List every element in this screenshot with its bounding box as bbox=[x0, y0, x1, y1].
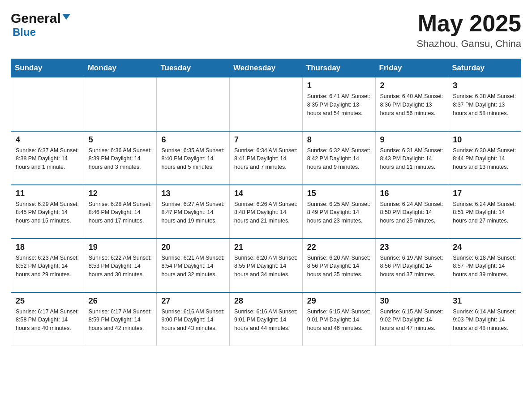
day-number: 13 bbox=[161, 189, 225, 198]
calendar-row-4: 25Sunrise: 6:17 AM Sunset: 8:58 PM Dayli… bbox=[11, 292, 521, 346]
day-number: 25 bbox=[16, 296, 79, 306]
day-number: 22 bbox=[307, 243, 371, 252]
logo-general-text: General bbox=[11, 11, 61, 26]
calendar-row-0: 1Sunrise: 6:41 AM Sunset: 8:35 PM Daylig… bbox=[11, 77, 521, 131]
calendar-cell-2-5: 16Sunrise: 6:24 AM Sunset: 8:50 PM Dayli… bbox=[375, 185, 448, 239]
calendar-cell-4-5: 30Sunrise: 6:15 AM Sunset: 9:02 PM Dayli… bbox=[375, 292, 448, 346]
logo: General Blue bbox=[11, 11, 70, 39]
day-number: 5 bbox=[89, 135, 152, 145]
day-number: 30 bbox=[380, 296, 444, 306]
day-info: Sunrise: 6:17 AM Sunset: 8:59 PM Dayligh… bbox=[89, 308, 152, 333]
day-number: 10 bbox=[453, 135, 516, 145]
calendar-cell-4-2: 27Sunrise: 6:16 AM Sunset: 9:00 PM Dayli… bbox=[157, 292, 230, 346]
day-number: 2 bbox=[380, 81, 444, 90]
day-number: 17 bbox=[453, 189, 516, 198]
day-info: Sunrise: 6:14 AM Sunset: 9:03 PM Dayligh… bbox=[453, 308, 516, 333]
calendar-cell-3-6: 24Sunrise: 6:18 AM Sunset: 8:57 PM Dayli… bbox=[448, 239, 521, 292]
calendar-cell-0-5: 2Sunrise: 6:40 AM Sunset: 8:36 PM Daylig… bbox=[375, 77, 448, 131]
day-info: Sunrise: 6:41 AM Sunset: 8:35 PM Dayligh… bbox=[307, 92, 371, 117]
calendar-cell-3-0: 18Sunrise: 6:23 AM Sunset: 8:52 PM Dayli… bbox=[11, 239, 84, 292]
day-info: Sunrise: 6:15 AM Sunset: 9:02 PM Dayligh… bbox=[380, 308, 444, 333]
calendar-cell-3-1: 19Sunrise: 6:22 AM Sunset: 8:53 PM Dayli… bbox=[84, 239, 157, 292]
day-info: Sunrise: 6:19 AM Sunset: 8:56 PM Dayligh… bbox=[380, 254, 444, 279]
calendar-cell-1-5: 9Sunrise: 6:31 AM Sunset: 8:43 PM Daylig… bbox=[375, 131, 448, 185]
calendar-cell-0-4: 1Sunrise: 6:41 AM Sunset: 8:35 PM Daylig… bbox=[302, 77, 375, 131]
day-info: Sunrise: 6:20 AM Sunset: 8:55 PM Dayligh… bbox=[234, 254, 298, 279]
calendar-cell-4-3: 28Sunrise: 6:16 AM Sunset: 9:01 PM Dayli… bbox=[230, 292, 303, 346]
calendar-cell-4-4: 29Sunrise: 6:15 AM Sunset: 9:01 PM Dayli… bbox=[302, 292, 375, 346]
calendar-cell-2-2: 13Sunrise: 6:27 AM Sunset: 8:47 PM Dayli… bbox=[157, 185, 230, 239]
calendar-cell-0-6: 3Sunrise: 6:38 AM Sunset: 8:37 PM Daylig… bbox=[448, 77, 521, 131]
day-info: Sunrise: 6:29 AM Sunset: 8:45 PM Dayligh… bbox=[16, 200, 79, 225]
weekday-header-sunday: Sunday bbox=[11, 59, 84, 77]
day-number: 29 bbox=[307, 296, 371, 306]
calendar-cell-3-2: 20Sunrise: 6:21 AM Sunset: 8:54 PM Dayli… bbox=[157, 239, 230, 292]
calendar-cell-0-0 bbox=[11, 77, 84, 131]
day-info: Sunrise: 6:32 AM Sunset: 8:42 PM Dayligh… bbox=[307, 146, 371, 171]
day-number: 24 bbox=[453, 243, 516, 252]
weekday-header-thursday: Thursday bbox=[302, 59, 375, 77]
day-info: Sunrise: 6:16 AM Sunset: 9:00 PM Dayligh… bbox=[161, 308, 225, 333]
calendar-cell-2-0: 11Sunrise: 6:29 AM Sunset: 8:45 PM Dayli… bbox=[11, 185, 84, 239]
calendar-cell-2-3: 14Sunrise: 6:26 AM Sunset: 8:48 PM Dayli… bbox=[230, 185, 303, 239]
calendar-cell-1-0: 4Sunrise: 6:37 AM Sunset: 8:38 PM Daylig… bbox=[11, 131, 84, 185]
day-number: 4 bbox=[16, 135, 79, 145]
calendar-cell-3-5: 23Sunrise: 6:19 AM Sunset: 8:56 PM Dayli… bbox=[375, 239, 448, 292]
day-number: 19 bbox=[89, 243, 152, 252]
weekday-header-tuesday: Tuesday bbox=[157, 59, 230, 77]
day-info: Sunrise: 6:34 AM Sunset: 8:41 PM Dayligh… bbox=[234, 146, 298, 171]
day-number: 18 bbox=[16, 243, 79, 252]
day-info: Sunrise: 6:38 AM Sunset: 8:37 PM Dayligh… bbox=[453, 92, 516, 117]
day-info: Sunrise: 6:16 AM Sunset: 9:01 PM Dayligh… bbox=[234, 308, 298, 333]
day-info: Sunrise: 6:35 AM Sunset: 8:40 PM Dayligh… bbox=[161, 146, 225, 171]
calendar-table: SundayMondayTuesdayWednesdayThursdayFrid… bbox=[11, 59, 521, 346]
weekday-header-friday: Friday bbox=[375, 59, 448, 77]
location-label: Shazhou, Gansu, China bbox=[416, 38, 521, 50]
day-number: 7 bbox=[234, 135, 298, 145]
day-info: Sunrise: 6:23 AM Sunset: 8:52 PM Dayligh… bbox=[16, 254, 79, 279]
day-info: Sunrise: 6:26 AM Sunset: 8:48 PM Dayligh… bbox=[234, 200, 298, 225]
weekday-header-row: SundayMondayTuesdayWednesdayThursdayFrid… bbox=[11, 59, 521, 77]
calendar-cell-2-1: 12Sunrise: 6:28 AM Sunset: 8:46 PM Dayli… bbox=[84, 185, 157, 239]
day-number: 31 bbox=[453, 296, 516, 306]
page-header: General Blue May 2025 Shazhou, Gansu, Ch… bbox=[11, 11, 521, 50]
day-info: Sunrise: 6:15 AM Sunset: 9:01 PM Dayligh… bbox=[307, 308, 371, 333]
weekday-header-monday: Monday bbox=[84, 59, 157, 77]
weekday-header-wednesday: Wednesday bbox=[230, 59, 303, 77]
calendar-cell-1-2: 6Sunrise: 6:35 AM Sunset: 8:40 PM Daylig… bbox=[157, 131, 230, 185]
calendar-row-2: 11Sunrise: 6:29 AM Sunset: 8:45 PM Dayli… bbox=[11, 185, 521, 239]
calendar-cell-1-4: 8Sunrise: 6:32 AM Sunset: 8:42 PM Daylig… bbox=[302, 131, 375, 185]
day-number: 15 bbox=[307, 189, 371, 198]
day-number: 27 bbox=[161, 296, 225, 306]
day-info: Sunrise: 6:24 AM Sunset: 8:50 PM Dayligh… bbox=[380, 200, 444, 225]
calendar-cell-3-3: 21Sunrise: 6:20 AM Sunset: 8:55 PM Dayli… bbox=[230, 239, 303, 292]
day-info: Sunrise: 6:28 AM Sunset: 8:46 PM Dayligh… bbox=[89, 200, 152, 225]
calendar-cell-0-1 bbox=[84, 77, 157, 131]
calendar-cell-4-6: 31Sunrise: 6:14 AM Sunset: 9:03 PM Dayli… bbox=[448, 292, 521, 346]
day-number: 21 bbox=[234, 243, 298, 252]
calendar-cell-4-0: 25Sunrise: 6:17 AM Sunset: 8:58 PM Dayli… bbox=[11, 292, 84, 346]
calendar-row-1: 4Sunrise: 6:37 AM Sunset: 8:38 PM Daylig… bbox=[11, 131, 521, 185]
day-info: Sunrise: 6:37 AM Sunset: 8:38 PM Dayligh… bbox=[16, 146, 79, 171]
day-info: Sunrise: 6:30 AM Sunset: 8:44 PM Dayligh… bbox=[453, 146, 516, 171]
day-number: 6 bbox=[161, 135, 225, 145]
logo-triangle-icon bbox=[62, 14, 70, 20]
calendar-cell-3-4: 22Sunrise: 6:20 AM Sunset: 8:56 PM Dayli… bbox=[302, 239, 375, 292]
weekday-header-saturday: Saturday bbox=[448, 59, 521, 77]
day-info: Sunrise: 6:18 AM Sunset: 8:57 PM Dayligh… bbox=[453, 254, 516, 279]
calendar-cell-1-3: 7Sunrise: 6:34 AM Sunset: 8:41 PM Daylig… bbox=[230, 131, 303, 185]
day-number: 28 bbox=[234, 296, 298, 306]
day-number: 9 bbox=[380, 135, 444, 145]
day-info: Sunrise: 6:25 AM Sunset: 8:49 PM Dayligh… bbox=[307, 200, 371, 225]
month-title: May 2025 bbox=[416, 11, 521, 36]
day-info: Sunrise: 6:21 AM Sunset: 8:54 PM Dayligh… bbox=[161, 254, 225, 279]
day-number: 3 bbox=[453, 81, 516, 90]
day-number: 8 bbox=[307, 135, 371, 145]
title-block: May 2025 Shazhou, Gansu, China bbox=[416, 11, 521, 50]
day-info: Sunrise: 6:17 AM Sunset: 8:58 PM Dayligh… bbox=[16, 308, 79, 333]
day-number: 1 bbox=[307, 81, 371, 90]
calendar-cell-2-4: 15Sunrise: 6:25 AM Sunset: 8:49 PM Dayli… bbox=[302, 185, 375, 239]
calendar-cell-1-1: 5Sunrise: 6:36 AM Sunset: 8:39 PM Daylig… bbox=[84, 131, 157, 185]
day-info: Sunrise: 6:40 AM Sunset: 8:36 PM Dayligh… bbox=[380, 92, 444, 117]
day-info: Sunrise: 6:36 AM Sunset: 8:39 PM Dayligh… bbox=[89, 146, 152, 171]
